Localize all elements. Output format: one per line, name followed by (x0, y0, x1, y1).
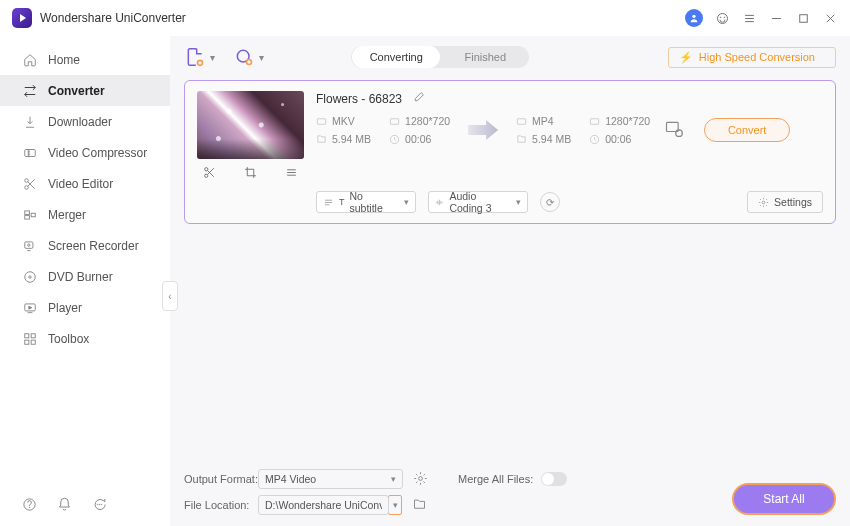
svg-point-29 (29, 507, 30, 508)
play-icon (22, 301, 38, 315)
menu-icon[interactable] (742, 11, 757, 26)
svg-point-20 (28, 243, 30, 245)
conversion-arrow-icon (468, 120, 498, 140)
app-logo (12, 8, 32, 28)
merge-icon (22, 208, 38, 222)
sidebar: Home Converter Downloader Video Compress… (0, 36, 170, 526)
svg-rect-19 (25, 241, 33, 247)
sidebar-item-label: DVD Burner (48, 270, 113, 284)
svg-rect-44 (390, 118, 398, 124)
svg-point-12 (25, 178, 29, 182)
support-icon[interactable] (715, 11, 730, 26)
sidebar-item-label: Downloader (48, 115, 112, 129)
svg-point-3 (724, 16, 725, 17)
merge-toggle[interactable] (541, 472, 567, 486)
file-location-field[interactable]: D:\Wondershare UniConverter (258, 495, 389, 515)
svg-rect-24 (25, 333, 29, 337)
sidebar-item-merger[interactable]: Merger (0, 199, 170, 230)
svg-point-13 (25, 185, 29, 189)
open-folder-icon[interactable] (412, 497, 427, 514)
output-format-select[interactable]: MP4 Video▾ (258, 469, 403, 489)
tab-finished[interactable]: Finished (441, 46, 529, 68)
sidebar-item-label: Video Compressor (48, 146, 147, 160)
help-icon[interactable] (22, 497, 37, 516)
svg-point-2 (720, 16, 721, 17)
svg-rect-47 (591, 118, 599, 124)
svg-point-32 (101, 504, 102, 505)
svg-rect-18 (31, 213, 35, 217)
convert-button[interactable]: Convert (704, 118, 790, 142)
close-button[interactable] (823, 11, 838, 26)
svg-point-22 (29, 275, 31, 277)
scissors-icon (22, 177, 38, 191)
sidebar-item-recorder[interactable]: Screen Recorder (0, 230, 170, 261)
sidebar-item-home[interactable]: Home (0, 44, 170, 75)
sidebar-item-label: Screen Recorder (48, 239, 139, 253)
sidebar-item-player[interactable]: Player (0, 292, 170, 323)
high-speed-label: High Speed Conversion (699, 51, 815, 63)
video-thumbnail[interactable] (197, 91, 304, 159)
notifications-icon[interactable] (57, 497, 72, 516)
add-url-dropdown[interactable]: ▾ (259, 52, 264, 63)
start-all-button[interactable]: Start All (732, 483, 836, 515)
svg-point-31 (99, 504, 100, 505)
subtitle-select[interactable]: TNo subtitle▾ (316, 191, 416, 213)
high-speed-toggle[interactable]: ⚡High Speed Conversion (668, 47, 836, 68)
file-location-dropdown[interactable]: ▾ (388, 495, 402, 515)
output-settings-icon[interactable] (413, 471, 428, 488)
bolt-icon: ⚡ (679, 51, 693, 64)
trim-icon[interactable] (203, 165, 216, 183)
sidebar-item-converter[interactable]: Converter (0, 75, 170, 106)
sidebar-item-label: Converter (48, 84, 105, 98)
grid-icon (22, 332, 38, 346)
svg-rect-27 (31, 340, 35, 344)
sidebar-item-downloader[interactable]: Downloader (0, 106, 170, 137)
svg-point-21 (25, 271, 36, 282)
effects-icon[interactable] (285, 165, 298, 183)
rename-icon[interactable] (412, 91, 425, 107)
source-specs: MKV 1280*720 5.94 MB 00:06 (316, 115, 450, 145)
output-format-label: Output Format: (184, 473, 258, 485)
merge-label: Merge All Files: (458, 473, 533, 485)
sidebar-item-editor[interactable]: Video Editor (0, 168, 170, 199)
crop-icon[interactable] (244, 165, 257, 183)
tab-converting[interactable]: Converting (352, 46, 440, 68)
sidebar-item-label: Video Editor (48, 177, 113, 191)
sidebar-item-label: Merger (48, 208, 86, 222)
audio-select[interactable]: Audio Coding 3▾ (428, 191, 528, 213)
svg-point-50 (676, 130, 683, 137)
info-icon[interactable]: ⟳ (540, 192, 560, 212)
file-name: Flowers - 66823 (316, 92, 402, 106)
maximize-button[interactable] (796, 11, 811, 26)
settings-button[interactable]: Settings (747, 191, 823, 213)
svg-rect-43 (317, 118, 325, 124)
file-location-label: File Location: (184, 499, 258, 511)
svg-rect-49 (667, 122, 679, 131)
home-icon (22, 53, 38, 67)
compress-icon (22, 146, 38, 160)
svg-rect-26 (25, 340, 29, 344)
svg-rect-25 (31, 333, 35, 337)
svg-point-52 (419, 476, 423, 480)
svg-point-0 (692, 15, 695, 18)
file-card: Flowers - 66823 MKV 1280*720 5.94 MB 00:… (184, 80, 836, 224)
sidebar-item-toolbox[interactable]: Toolbox (0, 323, 170, 354)
sidebar-item-compressor[interactable]: Video Compressor (0, 137, 170, 168)
svg-point-51 (762, 201, 765, 204)
sidebar-item-label: Home (48, 53, 80, 67)
target-specs: MP4 1280*720 5.94 MB 00:06 (516, 115, 650, 145)
svg-rect-16 (25, 210, 30, 214)
feedback-icon[interactable] (92, 497, 107, 516)
add-file-button[interactable] (184, 46, 206, 68)
account-avatar[interactable] (685, 9, 703, 27)
svg-point-36 (205, 168, 208, 171)
minimize-button[interactable] (769, 11, 784, 26)
svg-rect-17 (25, 215, 30, 219)
disc-icon (22, 270, 38, 284)
sidebar-item-dvd[interactable]: DVD Burner (0, 261, 170, 292)
add-url-button[interactable] (233, 46, 255, 68)
sidebar-item-label: Player (48, 301, 82, 315)
collapse-sidebar-button[interactable]: ‹ (162, 281, 178, 311)
format-settings-icon[interactable] (664, 119, 686, 141)
add-file-dropdown[interactable]: ▾ (210, 52, 215, 63)
